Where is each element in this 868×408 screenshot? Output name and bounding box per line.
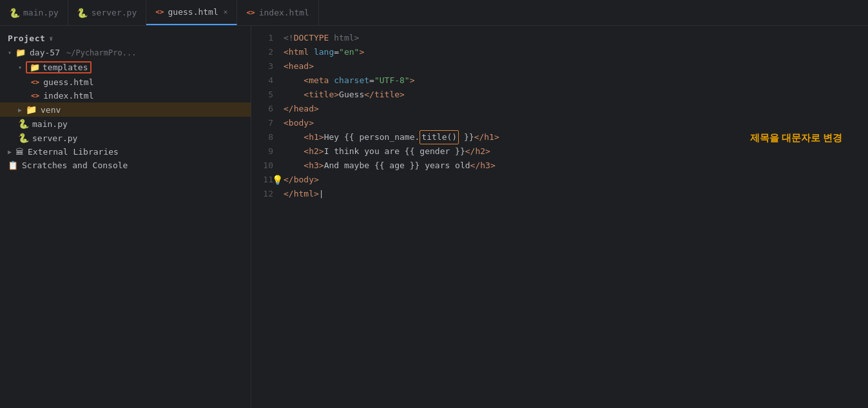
folder-icon: 📁 (30, 63, 40, 72)
line-numbers: 1 2 3 4 5 6 7 8 9 10 11 12 (251, 31, 284, 403)
tab-label: guess.html (168, 7, 218, 17)
code-line-2: <html lang="en"> (284, 45, 868, 59)
annotation-bubble: 제목을 대문자로 변경 (750, 130, 842, 146)
html-icon: <> (155, 8, 164, 16)
tree-item-label: venv (41, 105, 61, 115)
tab-server-py[interactable]: 🐍 server.py (68, 0, 146, 25)
tree-item-scratches[interactable]: 📋 Scratches and Console (0, 159, 251, 172)
tree-item-label: guess.html (43, 77, 93, 87)
path-label: ~/PycharmPro... (66, 48, 136, 57)
folder-icon: 📁 (26, 104, 37, 115)
tree-item-label: External Libraries (28, 147, 119, 157)
tab-guess-html[interactable]: <> guess.html ✕ (146, 0, 237, 25)
project-label: Project (8, 34, 45, 43)
cursor (319, 188, 324, 201)
code-line-4: <meta charset="UTF-8"> (284, 73, 868, 88)
tree-item-server-py[interactable]: 🐍 server.py (0, 131, 251, 145)
lightbulb-icon: 💡 (272, 173, 283, 187)
tree-item-index-html[interactable]: <> index.html (0, 89, 251, 102)
project-header[interactable]: Project ∨ (0, 31, 251, 46)
code-lines: <!DOCTYPE html> <html lang="en"> <head> … (284, 31, 868, 403)
chevron-icon: ▶ (8, 148, 12, 155)
tab-label: main.py (23, 8, 59, 17)
scratches-icon: 📋 (8, 160, 18, 170)
code-line-5: <title>Guess</title> (284, 88, 868, 102)
tree-item-label: Scratches and Console (22, 160, 128, 170)
code-line-12: </html> (284, 187, 868, 201)
code-line-9: <h2>I think you are {{ gender }}</h2> (284, 144, 868, 159)
close-tab-button[interactable]: ✕ (224, 8, 228, 16)
tree-item-day57[interactable]: ▾ 📁 day-57 ~/PycharmPro... (0, 46, 251, 59)
python-icon: 🐍 (77, 8, 88, 18)
tree-item-venv[interactable]: ▶ 📁 venv (0, 102, 251, 117)
python-icon: 🐍 (18, 119, 28, 129)
html-file-icon: <> (31, 78, 39, 86)
code-line-7: <body> 제목을 대문자로 변경 (284, 116, 868, 130)
tree-item-label: server.py (32, 133, 77, 143)
tree-item-label: day-57 (30, 48, 60, 57)
html-icon: <> (246, 8, 255, 17)
tree-item-ext-libs[interactable]: ▶ 🏛 External Libraries (0, 145, 251, 159)
code-editor[interactable]: 1 2 3 4 5 6 7 8 9 10 11 12 <!DOCTYPE htm… (251, 26, 868, 408)
python-icon: 🐍 (9, 8, 19, 18)
python-icon: 🐍 (18, 133, 28, 143)
code-line-1: <!DOCTYPE html> (284, 31, 868, 45)
tab-label: server.py (92, 8, 137, 17)
ext-libs-icon: 🏛 (15, 147, 24, 157)
chevron-icon: ▾ (8, 49, 12, 56)
code-line-6: </head> (284, 102, 868, 116)
tree-item-label: index.html (43, 91, 93, 101)
tree-item-main-py[interactable]: 🐍 main.py (0, 117, 251, 131)
tab-bar: 🐍 main.py 🐍 server.py <> guess.html ✕ <>… (0, 0, 868, 26)
tab-main-py[interactable]: 🐍 main.py (0, 0, 68, 25)
code-line-11: 💡 </body> (284, 173, 868, 187)
tree-item-guess-html[interactable]: <> guess.html (0, 75, 251, 89)
tab-label: index.html (259, 8, 309, 17)
main-content: Project ∨ ▾ 📁 day-57 ~/PycharmPro... ▾ 📁… (0, 26, 868, 408)
sidebar: Project ∨ ▾ 📁 day-57 ~/PycharmPro... ▾ 📁… (0, 26, 251, 408)
tree-item-label: templates (43, 63, 88, 72)
folder-icon: 📁 (15, 48, 26, 57)
project-chevron-icon: ∨ (49, 35, 53, 42)
tab-index-html[interactable]: <> index.html (237, 0, 319, 25)
tree-item-label: main.py (32, 119, 68, 129)
chevron-icon: ▾ (18, 64, 22, 71)
html-file-icon: <> (31, 92, 39, 100)
code-line-3: <head> (284, 59, 868, 73)
templates-folder-box: 📁 templates (26, 61, 92, 73)
tree-item-templates[interactable]: ▾ 📁 templates (0, 59, 251, 75)
code-line-10: <h3>And maybe {{ age }} years old</h3> (284, 159, 868, 173)
code-content: 1 2 3 4 5 6 7 8 9 10 11 12 <!DOCTYPE htm… (251, 26, 868, 408)
chevron-icon: ▶ (18, 106, 22, 113)
